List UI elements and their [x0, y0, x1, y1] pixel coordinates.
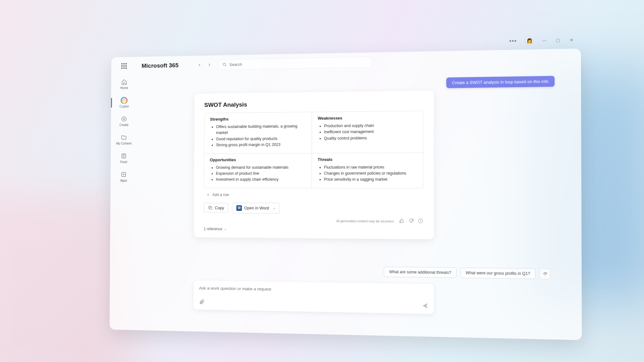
- rail-label: My Content: [116, 142, 131, 145]
- suggestion-chip[interactable]: What were our gross profits in Q1?: [461, 267, 536, 279]
- search-input[interactable]: [229, 60, 368, 67]
- thumbs-up-icon[interactable]: [399, 218, 405, 225]
- chevron-down-icon: ⌄: [273, 206, 275, 210]
- maximize-button[interactable]: ▢: [555, 38, 560, 43]
- nav-back[interactable]: [196, 61, 204, 69]
- more-menu[interactable]: •••: [509, 38, 517, 44]
- swot-item: Inefficient cost management: [324, 129, 417, 135]
- apps-icon: [120, 171, 127, 178]
- card-title: SWOT Analysis: [204, 99, 424, 109]
- rail-label: Copilot: [119, 105, 129, 108]
- home-icon: [121, 78, 128, 85]
- thumbs-down-icon[interactable]: [409, 218, 414, 225]
- swot-opportunities: Opportunities Growing demand for sustain…: [204, 153, 312, 188]
- swot-strengths: Strengths Offers sustainable building ma…: [204, 112, 312, 154]
- create-icon: [121, 116, 127, 122]
- minimize-button[interactable]: —: [542, 38, 547, 43]
- swot-item: Strong gross profit margin in Q1 2023: [216, 142, 306, 148]
- references-toggle[interactable]: 1 reference ⌄: [204, 227, 423, 233]
- open-in-word-label: Open in Word: [244, 205, 269, 210]
- open-in-word-button[interactable]: W Open in Word ⌄: [232, 202, 280, 214]
- swot-item: Production and supply chain: [324, 122, 417, 129]
- rail-label: Home: [120, 86, 128, 89]
- compose-input[interactable]: [199, 286, 428, 294]
- rail-label: Create: [119, 123, 128, 127]
- refresh-suggestions[interactable]: [540, 268, 550, 279]
- report-icon[interactable]: [418, 218, 424, 225]
- left-rail: Home Copilot Create My Content: [110, 57, 138, 330]
- window-controls: ••• 👩 — ▢ ✕: [509, 36, 574, 45]
- swot-heading: Weaknesses: [318, 115, 417, 121]
- swot-heading: Opportunities: [210, 157, 306, 162]
- add-row-button[interactable]: Add a row: [204, 191, 424, 198]
- swot-weaknesses: Weaknesses Production and supply chain I…: [312, 111, 423, 153]
- response-card: SWOT Analysis Strengths Offers sustainab…: [194, 90, 434, 239]
- rail-item-mycontent[interactable]: My Content: [111, 131, 137, 147]
- svg-rect-4: [210, 207, 212, 209]
- rail-item-apps[interactable]: Apps: [110, 169, 137, 185]
- attach-icon[interactable]: [199, 299, 205, 306]
- swot-item: Expansion of product line: [216, 171, 306, 177]
- copilot-icon: [121, 97, 127, 104]
- app-title: Microsoft 365: [142, 62, 178, 69]
- chat-stage: Create a SWOT analysis in loop based on …: [136, 68, 582, 340]
- rail-item-create[interactable]: Create: [111, 113, 137, 129]
- word-icon: W: [236, 205, 242, 211]
- send-icon[interactable]: [422, 303, 428, 310]
- user-message: Create a SWOT analysis in loop based on …: [446, 76, 554, 88]
- rail-item-copilot[interactable]: Copilot: [111, 95, 137, 111]
- references-label: 1 reference: [204, 227, 222, 231]
- copy-button[interactable]: Copy: [204, 203, 228, 213]
- app-launcher-icon[interactable]: [121, 63, 127, 69]
- swot-item: Quality control problems: [324, 135, 417, 141]
- search-box[interactable]: [219, 57, 372, 70]
- folder-icon: [121, 134, 127, 141]
- disclaimer-text: AI-generated content may be incorrect.: [204, 218, 394, 223]
- swot-item: Investment in supply chain efficiency: [216, 177, 306, 183]
- swot-threats: Threats Fluctuations in raw material pri…: [312, 153, 423, 188]
- swot-item: Growing demand for sustainable materials: [216, 164, 306, 171]
- add-row-label: Add a row: [212, 192, 229, 197]
- nav-forward[interactable]: [205, 60, 214, 69]
- swot-item: Offers sustainable building materials, a…: [216, 123, 306, 136]
- rail-label: Apps: [120, 179, 127, 182]
- chevron-down-icon: ⌄: [224, 227, 226, 231]
- swot-grid: Strengths Offers sustainable building ma…: [204, 111, 424, 188]
- main-area: Microsoft 365 Create a SWOT analysis in …: [136, 49, 582, 340]
- swot-heading: Strengths: [210, 116, 306, 122]
- app-window: Home Copilot Create My Content: [110, 49, 582, 340]
- swot-item: Fluctuations in raw material prices: [324, 164, 417, 170]
- rail-item-home[interactable]: Home: [111, 76, 137, 92]
- swot-item: Good reputation for quality products: [216, 135, 306, 142]
- swot-heading: Threats: [318, 157, 417, 162]
- swot-item: Price sensitivity in a sagging market: [324, 177, 417, 183]
- copy-label: Copy: [215, 205, 224, 210]
- suggestion-chip[interactable]: What are some additional threats?: [384, 266, 457, 278]
- suggestions: What are some additional threats? What w…: [384, 266, 550, 279]
- close-button[interactable]: ✕: [569, 37, 574, 42]
- rail-label: Feed: [120, 160, 127, 164]
- compose-box[interactable]: [194, 281, 434, 314]
- feed-icon: [120, 153, 127, 159]
- swot-item: Changes in government policies or regula…: [324, 170, 417, 177]
- user-avatar[interactable]: 👩: [525, 36, 534, 45]
- rail-item-feed[interactable]: Feed: [111, 150, 137, 166]
